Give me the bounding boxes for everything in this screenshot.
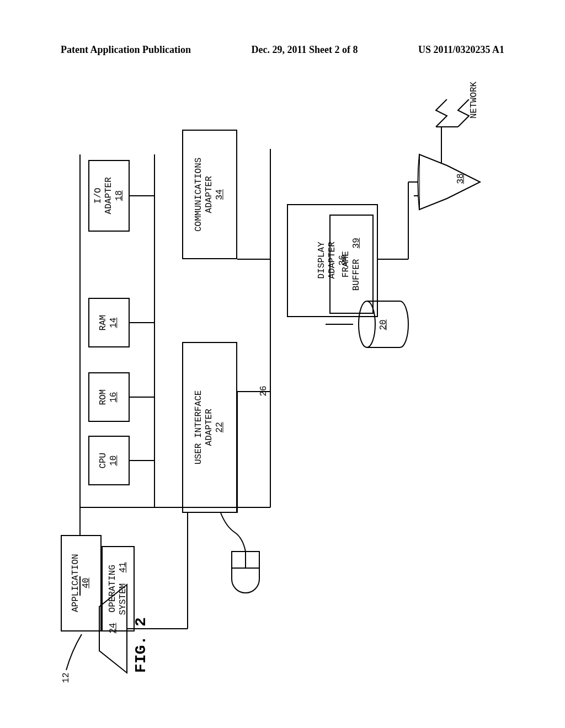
- block-frame-buffer: FRAME BUFFER 39: [329, 215, 374, 314]
- ref-keyboard: 24: [108, 623, 118, 633]
- ref-disk: 20: [379, 319, 388, 330]
- label-ui-2: ADAPTER: [204, 409, 214, 446]
- block-display-adapter: DISPLAY ADAPTER 36 FRAME BUFFER 39: [287, 204, 378, 317]
- ref-monitor: 38: [456, 173, 466, 184]
- ref-rom: 16: [109, 392, 119, 402]
- ref-os: 41: [118, 562, 128, 572]
- ref-frame: 39: [351, 238, 361, 248]
- label-comm-1: COMMUNICATIONS: [194, 157, 204, 231]
- figure-label: FIG. 2: [132, 617, 150, 673]
- ref-comm: 34: [215, 189, 225, 200]
- ref-application: 40: [81, 578, 91, 588]
- label-network: NETWORK: [469, 82, 479, 119]
- label-application: APPLICATION: [71, 554, 81, 613]
- label-os-2: SYSTEM: [118, 584, 128, 615]
- block-user-interface: USER INTERFACE ADAPTER 22: [182, 342, 237, 513]
- block-cpu: CPU 10: [88, 436, 130, 485]
- label-os-1: OPERATING: [108, 565, 118, 612]
- label-rom: ROM: [98, 389, 108, 405]
- label-cpu: CPU: [98, 453, 108, 469]
- label-comm-2: ADAPTER: [204, 176, 214, 213]
- label-io-2: ADAPTER: [104, 177, 114, 214]
- ref-ram: 14: [109, 317, 119, 328]
- label-frame-1: FRAME: [341, 251, 351, 277]
- ref-ui: 22: [215, 422, 225, 432]
- block-rom: ROM 16: [88, 372, 130, 422]
- block-comm-adapter: COMMUNICATIONS ADAPTER 34: [182, 130, 237, 259]
- block-application: APPLICATION 40: [61, 535, 102, 631]
- ref-cpu: 10: [109, 455, 119, 465]
- label-display-1: DISPLAY: [317, 242, 327, 279]
- header-center: Dec. 29, 2011 Sheet 2 of 8: [252, 44, 358, 56]
- ref-bus: 12: [61, 672, 71, 683]
- label-frame-2: BUFFER: [351, 259, 361, 291]
- block-io-adapter: I/O ADAPTER 18: [88, 160, 130, 232]
- ref-io: 18: [114, 190, 124, 201]
- diagram: APPLICATION 40 OPERATING SYSTEM 41 CPU 1…: [61, 99, 502, 678]
- ref-mouse: 26: [259, 386, 269, 396]
- label-ram: RAM: [98, 315, 108, 331]
- label-ui-1: USER INTERFACE: [194, 390, 204, 464]
- block-ram: RAM 14: [88, 298, 130, 347]
- block-operating-system: OPERATING SYSTEM 41: [102, 546, 135, 631]
- header-right: US 2011/0320235 A1: [418, 44, 504, 56]
- label-io-1: I/O: [93, 188, 103, 204]
- header-left: Patent Application Publication: [61, 44, 191, 56]
